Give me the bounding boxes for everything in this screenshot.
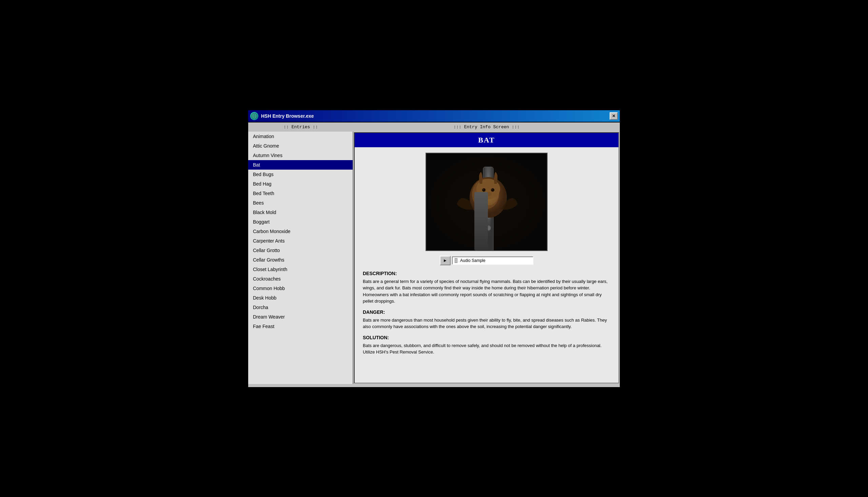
sidebar-item-carpenter-ants[interactable]: Carpenter Ants — [248, 236, 353, 246]
audio-control: ▶ Audio Sample — [363, 256, 610, 265]
sidebar-item-bat[interactable]: Bat — [248, 160, 353, 170]
svg-point-11 — [486, 225, 491, 231]
sidebar-item-cockroaches[interactable]: Cockroaches — [248, 274, 353, 284]
section-headers: :: Entries :: ::: Entry Info Screen ::: — [248, 123, 620, 132]
danger-header: DANGER: — [363, 309, 610, 315]
sidebar-item-cellar-growths[interactable]: Cellar Growths — [248, 255, 353, 265]
sidebar-item-common-hobb[interactable]: Common Hobb — [248, 284, 353, 293]
entries-list[interactable]: AnimationAttic GnomeAutumn VinesBatBed B… — [248, 132, 353, 384]
svg-point-16 — [482, 188, 486, 192]
entry-image-container — [363, 153, 610, 251]
sidebar-item-bed-hag[interactable]: Bed Hag — [248, 179, 353, 189]
audio-bar: Audio Sample — [452, 256, 533, 265]
audio-label: Audio Sample — [460, 258, 486, 263]
sidebar-item-boggart[interactable]: Boggart — [248, 217, 353, 227]
title-bar: HSH Entry Browser.exe ✕ — [248, 110, 620, 123]
svg-point-18 — [483, 189, 484, 190]
bat-photo — [426, 153, 547, 250]
sidebar-item-autumn-vines[interactable]: Autumn Vines — [248, 151, 353, 160]
sidebar-item-dream-weaver[interactable]: Dream Weaver — [248, 312, 353, 322]
sidebar-item-desk-hobb[interactable]: Desk Hobb — [248, 293, 353, 303]
sidebar-item-attic-gnome[interactable]: Attic Gnome — [248, 141, 353, 151]
main-content: AnimationAttic GnomeAutumn VinesBatBed B… — [248, 132, 620, 384]
app-window: HSH Entry Browser.exe ✕ :: Entries :: ::… — [248, 110, 620, 388]
app-icon — [250, 112, 259, 120]
window-title: HSH Entry Browser.exe — [261, 113, 314, 119]
description-text: Bats are a general term for a variety of… — [363, 278, 610, 304]
info-header: ::: Entry Info Screen ::: — [353, 125, 620, 130]
sidebar-item-bees[interactable]: Bees — [248, 198, 353, 208]
danger-text: Bats are more dangerous than most househ… — [363, 317, 610, 330]
entry-title: Bat — [478, 136, 495, 144]
sidebar-item-dorcha[interactable]: Dorcha — [248, 303, 353, 312]
entry-header: Bat — [355, 133, 618, 147]
svg-point-19 — [492, 189, 492, 190]
sidebar-item-fae-feast[interactable]: Fae Feast — [248, 322, 353, 331]
sidebar-item-black-mold[interactable]: Black Mold — [248, 208, 353, 217]
description-header: DESCRIPTION: — [363, 271, 610, 276]
audio-bar-indicator — [455, 258, 457, 263]
entries-header: :: Entries :: — [248, 125, 353, 130]
entry-panel: Bat — [354, 132, 619, 383]
close-button[interactable]: ✕ — [609, 112, 618, 120]
svg-point-20 — [485, 192, 492, 196]
entry-body[interactable]: ▶ Audio Sample DESCRIPTION: Bats are a g… — [355, 147, 618, 383]
sidebar-item-bed-bugs[interactable]: Bed Bugs — [248, 170, 353, 179]
sidebar-item-closet-labyrinth[interactable]: Closet Labyrinth — [248, 265, 353, 274]
sidebar-item-carbon-monoxide[interactable]: Carbon Monoxide — [248, 227, 353, 236]
sidebar-item-animation[interactable]: Animation — [248, 132, 353, 141]
solution-text: Bats are dangerous, stubborn, and diffic… — [363, 342, 610, 356]
sidebar-item-bed-teeth[interactable]: Bed Teeth — [248, 189, 353, 198]
entry-image — [426, 153, 548, 251]
solution-header: SOLUTION: — [363, 335, 610, 340]
sidebar-item-cellar-grotto[interactable]: Cellar Grotto — [248, 246, 353, 255]
title-bar-left: HSH Entry Browser.exe — [250, 112, 314, 120]
play-button[interactable]: ▶ — [440, 256, 451, 265]
sidebar: AnimationAttic GnomeAutumn VinesBatBed B… — [248, 132, 353, 384]
svg-point-17 — [491, 188, 494, 192]
